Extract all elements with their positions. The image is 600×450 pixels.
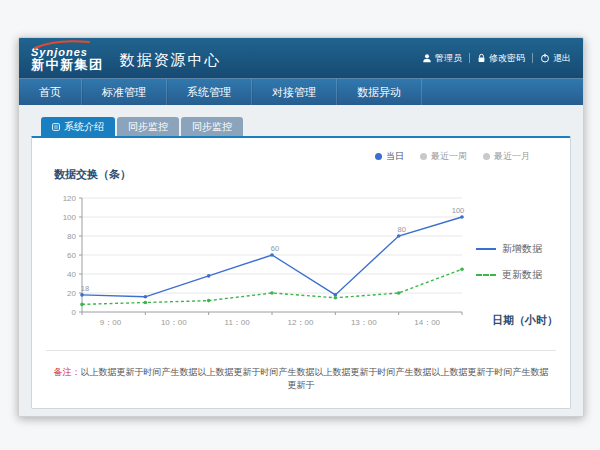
svg-text:12：00: 12：00: [288, 318, 314, 327]
brand-logo: Synjones 新中新集团: [31, 43, 104, 72]
content-area: 系统介绍 同步监控 同步监控 当日 最近一周 最近一月 数据交换（条） 0204…: [19, 105, 583, 416]
logo-swoosh-icon: [33, 39, 91, 49]
filter-label: 当日: [386, 150, 404, 163]
svg-text:0: 0: [72, 308, 77, 317]
svg-text:40: 40: [67, 270, 76, 279]
note-text: 以上数据更新于时间产生数据以上数据更新于时间产生数据以上数据更新于时间产生数据以…: [81, 367, 549, 390]
tab-label: 同步监控: [128, 120, 168, 134]
legend-update-data[interactable]: 更新数据: [476, 268, 558, 282]
svg-text:11：00: 11：00: [225, 318, 251, 327]
line-chart: 0204060801001209：0010：0011：0012：0013：001…: [48, 186, 468, 338]
change-password-button[interactable]: 修改密码: [477, 52, 525, 65]
page-title: 数据资源中心: [120, 51, 222, 70]
svg-text:10：00: 10：00: [161, 318, 187, 327]
filter-today[interactable]: 当日: [375, 150, 404, 163]
user-icon: [422, 53, 432, 63]
legend-dot: [375, 153, 382, 160]
app-header: Synjones 新中新集团 数据资源中心 管理员 修改密码 退出: [19, 38, 583, 78]
svg-text:9：00: 9：00: [100, 318, 122, 327]
chart-panel: 当日 最近一周 最近一月 数据交换（条） 0204060801001209：00…: [31, 136, 571, 409]
svg-text:120: 120: [63, 194, 77, 203]
tab-sync-monitor-2[interactable]: 同步监控: [181, 117, 243, 136]
main-nav: 首页 标准管理 系统管理 对接管理 数据异动: [19, 78, 583, 105]
legend-new-data[interactable]: 新增数据: [476, 242, 558, 256]
time-range-legend: 当日 最近一周 最近一月: [44, 144, 558, 163]
note-prefix: 备注：: [54, 367, 81, 377]
tab-sync-monitor-1[interactable]: 同步监控: [117, 117, 179, 136]
legend-dot: [420, 153, 427, 160]
nav-item-system-mgmt[interactable]: 系统管理: [167, 79, 252, 105]
logout-button[interactable]: 退出: [540, 52, 571, 65]
admin-user-button[interactable]: 管理员: [422, 52, 462, 65]
document-icon: [52, 123, 60, 131]
svg-text:14：00: 14：00: [414, 318, 440, 327]
svg-text:100: 100: [63, 213, 77, 222]
filter-label: 最近一月: [494, 150, 530, 163]
divider: [532, 53, 533, 63]
app-window: Synjones 新中新集团 数据资源中心 管理员 修改密码 退出 首页 标准管…: [18, 37, 584, 417]
svg-text:18: 18: [81, 284, 89, 293]
nav-item-home[interactable]: 首页: [19, 79, 82, 105]
logout-label: 退出: [553, 52, 571, 65]
user-menu: 管理员 修改密码 退出: [422, 52, 571, 65]
svg-text:13：00: 13：00: [351, 318, 377, 327]
power-icon: [540, 53, 550, 63]
x-axis-title: 日期（小时）: [492, 313, 558, 328]
chart-side-legend: 新增数据 更新数据 日期（小时）: [468, 186, 558, 338]
filter-last-week[interactable]: 最近一周: [420, 150, 467, 163]
svg-text:60: 60: [67, 251, 76, 260]
svg-text:20: 20: [67, 289, 76, 298]
svg-text:60: 60: [271, 244, 279, 253]
chart-row: 0204060801001209：0010：0011：0012：0013：001…: [44, 186, 558, 338]
svg-text:80: 80: [67, 232, 76, 241]
legend-label: 更新数据: [502, 268, 542, 282]
svg-text:100: 100: [452, 206, 465, 215]
nav-item-data-change[interactable]: 数据异动: [337, 79, 422, 105]
legend-dot: [483, 153, 490, 160]
admin-user-label: 管理员: [435, 52, 462, 65]
tab-system-intro[interactable]: 系统介绍: [41, 117, 115, 136]
y-axis-title: 数据交换（条）: [44, 163, 558, 186]
lock-icon: [477, 53, 486, 63]
nav-item-standard-mgmt[interactable]: 标准管理: [82, 79, 167, 105]
filter-last-month[interactable]: 最近一月: [483, 150, 530, 163]
tab-strip: 系统介绍 同步监控 同步监控: [31, 117, 571, 136]
nav-item-integration-mgmt[interactable]: 对接管理: [252, 79, 337, 105]
tab-label: 同步监控: [192, 120, 232, 134]
change-password-label: 修改密码: [489, 52, 525, 65]
filter-label: 最近一周: [431, 150, 467, 163]
line-sample-dashed: [476, 274, 496, 276]
logo-text-cn: 新中新集团: [31, 58, 104, 72]
legend-label: 新增数据: [502, 242, 542, 256]
page: { "header": { "logo_primary": "Synjones"…: [0, 0, 600, 450]
footer-note: 备注：以上数据更新于时间产生数据以上数据更新于时间产生数据以上数据更新于时间产生…: [46, 350, 556, 408]
tab-label: 系统介绍: [64, 120, 104, 134]
line-sample-solid: [476, 248, 496, 250]
svg-text:80: 80: [397, 225, 405, 234]
divider: [469, 53, 470, 63]
